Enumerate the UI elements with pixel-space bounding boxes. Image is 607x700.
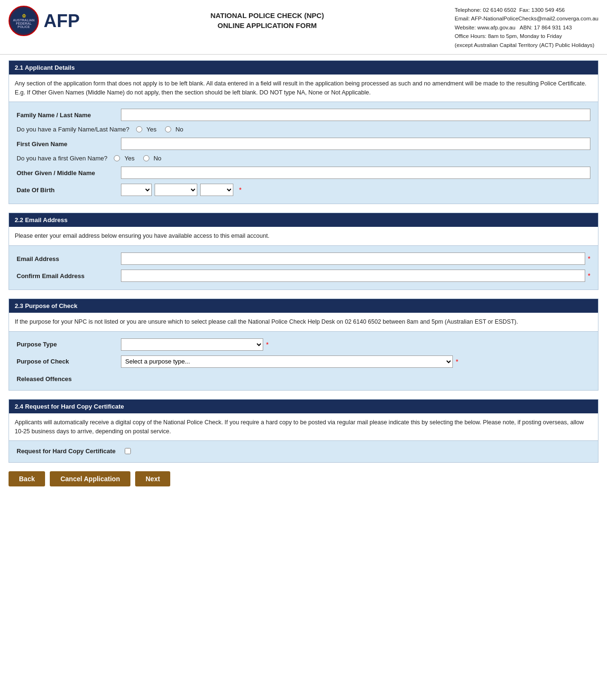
hard-copy-request-label: Request for Hard Copy Certificate — [17, 448, 121, 455]
confirm-email-required-star: * — [588, 272, 590, 280]
dob-year-select[interactable] — [200, 184, 233, 196]
first-given-name-radio-group: Do you have a first Given Name? Yes No — [17, 155, 590, 162]
purpose-of-check-label: Purpose of Check — [17, 358, 121, 365]
first-given-name-label: First Given Name — [17, 140, 121, 148]
released-offences-label: Released Offences — [17, 373, 72, 383]
released-offences-row: Released Offences — [17, 373, 590, 383]
first-given-name-yes-label: Yes — [124, 155, 134, 162]
afp-wordmark: AFP — [44, 12, 80, 30]
hard-copy-checkbox-row: Request for Hard Copy Certificate — [17, 448, 590, 455]
logo-area: ♔ AUSTRALIANFEDERALPOLICE AFP — [9, 6, 80, 36]
other-given-name-row: Other Given / Middle Name — [17, 167, 590, 179]
afp-logo-badge: ♔ AUSTRALIANFEDERALPOLICE — [9, 6, 39, 36]
dob-group: * — [121, 184, 241, 196]
back-button[interactable]: Back — [9, 471, 45, 486]
main-content: 2.1 Applicant Details Any section of the… — [0, 55, 607, 500]
section-purpose-fields: Purpose Type * Purpose of Check Select a… — [9, 332, 598, 390]
section-applicant-details-header: 2.1 Applicant Details — [9, 61, 598, 75]
family-name-yes-label: Yes — [147, 126, 156, 133]
section-email-fields: Email Address * Confirm Email Address * — [9, 246, 598, 289]
dob-label: Date Of Birth — [17, 187, 121, 194]
cancel-application-button[interactable]: Cancel Application — [50, 471, 130, 486]
email-address-input[interactable] — [121, 252, 585, 265]
email-address-label: Email Address — [17, 255, 121, 262]
hard-copy-checkbox[interactable] — [125, 448, 131, 454]
confirm-email-input[interactable] — [121, 270, 585, 282]
dob-required-star: * — [239, 186, 241, 194]
first-given-name-no-radio[interactable] — [143, 155, 149, 161]
email-address-row: Email Address * — [17, 252, 590, 265]
header-title-area: NATIONAL POLICE CHECK (NPC) ONLINE APPLI… — [80, 6, 455, 30]
first-given-name-no-label: No — [154, 155, 162, 162]
family-name-row: Family Name / Last Name — [17, 109, 590, 121]
section-purpose-info: If the purpose for your NPC is not liste… — [9, 313, 598, 332]
family-name-yes-radio[interactable] — [136, 126, 142, 132]
section-applicant-details-info: Any section of the application form that… — [9, 75, 598, 103]
family-name-question-text: Do you have a Family Name/Last Name? — [17, 126, 129, 133]
email-required-star: * — [588, 255, 590, 262]
section-hard-copy-header: 2.4 Request for Hard Copy Certificate — [9, 400, 598, 413]
section-hard-copy: 2.4 Request for Hard Copy Certificate Ap… — [9, 399, 598, 463]
purpose-type-row: Purpose Type * — [17, 338, 590, 351]
first-given-name-row: First Given Name — [17, 138, 590, 150]
family-name-radio-group: Do you have a Family Name/Last Name? Yes… — [17, 126, 590, 133]
section-purpose-of-check: 2.3 Purpose of Check If the purpose for … — [9, 299, 598, 391]
purpose-of-check-select[interactable]: Select a purpose type... — [121, 355, 453, 368]
confirm-email-row: Confirm Email Address * — [17, 270, 590, 282]
section-hard-copy-fields: Request for Hard Copy Certificate — [9, 441, 598, 462]
first-given-name-input[interactable] — [121, 138, 590, 150]
contact-info: Telephone: 02 6140 6502 Fax: 1300 549 45… — [455, 6, 598, 49]
other-given-name-input[interactable] — [121, 167, 590, 179]
section-email-info: Please enter your email address below en… — [9, 227, 598, 246]
confirm-email-label: Confirm Email Address — [17, 272, 121, 280]
family-name-input[interactable] — [121, 109, 590, 121]
section-purpose-header: 2.3 Purpose of Check — [9, 299, 598, 313]
form-buttons: Back Cancel Application Next — [9, 471, 598, 490]
purpose-type-label: Purpose Type — [17, 341, 121, 348]
purpose-type-required-star: * — [266, 341, 268, 348]
first-given-name-question-text: Do you have a first Given Name? — [17, 155, 107, 162]
section-email-header: 2.2 Email Address — [9, 213, 598, 227]
purpose-type-select[interactable] — [121, 338, 263, 351]
dob-row: Date Of Birth * — [17, 184, 590, 196]
dob-day-select[interactable] — [121, 184, 152, 196]
first-given-name-yes-radio[interactable] — [114, 155, 120, 161]
form-title: NATIONAL POLICE CHECK (NPC) ONLINE APPLI… — [80, 10, 455, 30]
section-hard-copy-info: Applicants will automatically receive a … — [9, 413, 598, 441]
badge-detail: AUSTRALIANFEDERALPOLICE — [13, 19, 35, 28]
family-name-label: Family Name / Last Name — [17, 112, 121, 119]
dob-month-select[interactable] — [155, 184, 197, 196]
family-name-no-radio[interactable] — [165, 126, 171, 132]
purpose-of-check-row: Purpose of Check Select a purpose type..… — [17, 355, 590, 368]
next-button[interactable]: Next — [135, 471, 170, 486]
section-applicant-details-fields: Family Name / Last Name Do you have a Fa… — [9, 102, 598, 204]
crown-icon: ♔ — [22, 13, 26, 19]
section-applicant-details: 2.1 Applicant Details Any section of the… — [9, 60, 598, 205]
other-given-name-label: Other Given / Middle Name — [17, 169, 121, 177]
page-header: ♔ AUSTRALIANFEDERALPOLICE AFP NATIONAL P… — [0, 0, 607, 55]
section-email-address: 2.2 Email Address Please enter your emai… — [9, 213, 598, 290]
purpose-of-check-required-star: * — [456, 358, 458, 365]
family-name-no-label: No — [175, 126, 184, 133]
